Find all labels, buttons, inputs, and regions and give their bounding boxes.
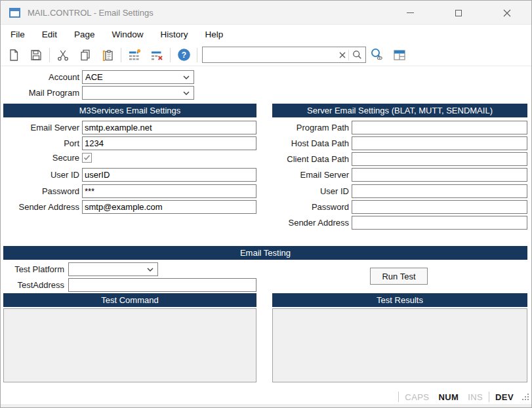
copy-icon xyxy=(79,49,92,62)
window-title: MAIL.CONTROL - Email Settings xyxy=(28,8,153,18)
maximize-icon xyxy=(455,10,462,16)
mail-program-combo[interactable] xyxy=(82,86,194,100)
server-sender-address-label: Sender Address xyxy=(270,216,349,230)
new-document-icon xyxy=(7,49,20,62)
window-bottom-edge xyxy=(1,404,531,407)
toolbar-separator xyxy=(170,48,171,62)
status-bar: CAPS NUM INS DEV xyxy=(1,390,531,404)
m3-sender-address-input[interactable] xyxy=(82,200,256,214)
test-platform-combo[interactable] xyxy=(68,262,158,276)
search-input[interactable] xyxy=(205,50,338,60)
save-icon xyxy=(30,49,43,62)
app-window: MAIL.CONTROL - Email Settings File Edit … xyxy=(0,0,532,408)
run-test-button[interactable]: Run Test xyxy=(370,268,428,285)
svg-text:?: ? xyxy=(181,51,186,60)
server-host-data-path-input[interactable] xyxy=(352,136,527,150)
new-document-button[interactable] xyxy=(3,45,25,65)
close-button[interactable] xyxy=(483,1,531,25)
test-platform-label: Test Platform xyxy=(1,262,64,276)
test-results-header: Test Results xyxy=(272,293,527,307)
insert-row-button[interactable] xyxy=(123,45,146,65)
chevron-down-icon xyxy=(183,75,190,79)
caps-indicator: CAPS xyxy=(405,392,429,402)
maximize-button[interactable] xyxy=(434,1,483,25)
server-program-path-input[interactable] xyxy=(352,121,527,134)
m3-secure-label: Secure xyxy=(1,151,79,165)
search-icon[interactable] xyxy=(352,50,362,60)
menu-file[interactable]: File xyxy=(2,26,33,44)
test-address-label: TestAddress xyxy=(1,278,64,292)
insert-row-icon xyxy=(128,49,141,62)
toolbar-separator xyxy=(197,48,197,62)
cut-icon xyxy=(56,49,70,62)
server-host-data-path-label: Host Data Path xyxy=(270,136,349,150)
menu-page[interactable]: Page xyxy=(66,26,104,44)
server-sender-address-input[interactable] xyxy=(352,216,527,230)
server-program-path-label: Program Path xyxy=(270,121,349,134)
save-button[interactable] xyxy=(25,45,47,65)
server-user-id-label: User ID xyxy=(270,184,349,198)
menu-edit[interactable]: Edit xyxy=(33,26,66,44)
copy-button[interactable] xyxy=(74,45,96,65)
toolbar-separator xyxy=(49,48,50,62)
test-command-panel[interactable] xyxy=(3,308,256,382)
server-client-data-path-input[interactable] xyxy=(352,152,527,166)
m3-password-input[interactable] xyxy=(82,184,256,198)
help-icon: ? xyxy=(177,48,191,62)
paste-button[interactable] xyxy=(96,45,119,65)
mail-program-label: Mail Program xyxy=(1,86,79,100)
check-icon xyxy=(83,154,91,161)
m3-section-header: M3Services Email Settings xyxy=(3,104,256,117)
menu-window[interactable]: Window xyxy=(104,26,152,44)
server-email-server-input[interactable] xyxy=(352,168,527,182)
num-indicator: NUM xyxy=(438,392,459,402)
paste-icon xyxy=(101,49,114,62)
search-divider xyxy=(348,50,349,60)
toolbar: ? xyxy=(1,44,531,66)
m3-email-server-label: Email Server xyxy=(1,121,79,134)
server-section-header: Server Email Settings (BLAT, MUTT, SENDM… xyxy=(272,104,527,117)
status-separator xyxy=(398,392,399,402)
lookup-button[interactable] xyxy=(366,45,388,65)
server-password-label: Password xyxy=(270,200,349,214)
help-button[interactable]: ? xyxy=(173,45,195,65)
title-bar: MAIL.CONTROL - Email Settings xyxy=(1,1,531,25)
account-combo[interactable]: ACE xyxy=(82,70,194,84)
lookup-eye-icon xyxy=(370,48,384,62)
cut-button[interactable] xyxy=(52,45,74,65)
server-client-data-path-label: Client Data Path xyxy=(270,152,349,166)
window-controls xyxy=(386,1,531,25)
test-results-panel[interactable] xyxy=(272,308,527,382)
ins-indicator: INS xyxy=(468,392,483,402)
m3-user-id-label: User ID xyxy=(1,168,79,182)
account-value: ACE xyxy=(85,72,103,82)
minimize-button[interactable] xyxy=(386,1,434,25)
account-label: Account xyxy=(1,70,79,84)
menu-history[interactable]: History xyxy=(152,26,197,44)
toolbar-separator xyxy=(121,48,121,62)
window-icon xyxy=(9,8,20,18)
chevron-down-icon xyxy=(183,91,190,95)
resize-grip[interactable] xyxy=(522,393,529,401)
search-box xyxy=(202,47,366,63)
chevron-down-icon xyxy=(147,268,153,272)
status-separator xyxy=(489,392,489,402)
server-user-id-input[interactable] xyxy=(352,184,527,198)
delete-row-icon xyxy=(150,49,163,62)
m3-sender-address-label: Sender Address xyxy=(1,200,79,214)
m3-port-label: Port xyxy=(1,136,79,150)
dev-indicator: DEV xyxy=(495,392,514,402)
server-password-input[interactable] xyxy=(352,200,527,214)
form-layout-button[interactable] xyxy=(388,45,411,65)
secure-checkbox[interactable] xyxy=(82,153,92,163)
clear-search-icon[interactable] xyxy=(338,51,346,59)
test-address-input[interactable] xyxy=(68,278,256,292)
server-email-server-label: Email Server xyxy=(270,168,349,182)
menu-help[interactable]: Help xyxy=(197,26,232,44)
delete-row-button[interactable] xyxy=(146,45,168,65)
email-testing-header: Email Testing xyxy=(3,246,527,260)
m3-user-id-input[interactable] xyxy=(82,168,256,182)
m3-email-server-input[interactable] xyxy=(82,121,256,134)
m3-password-label: Password xyxy=(1,184,79,198)
m3-port-input[interactable] xyxy=(82,136,256,150)
